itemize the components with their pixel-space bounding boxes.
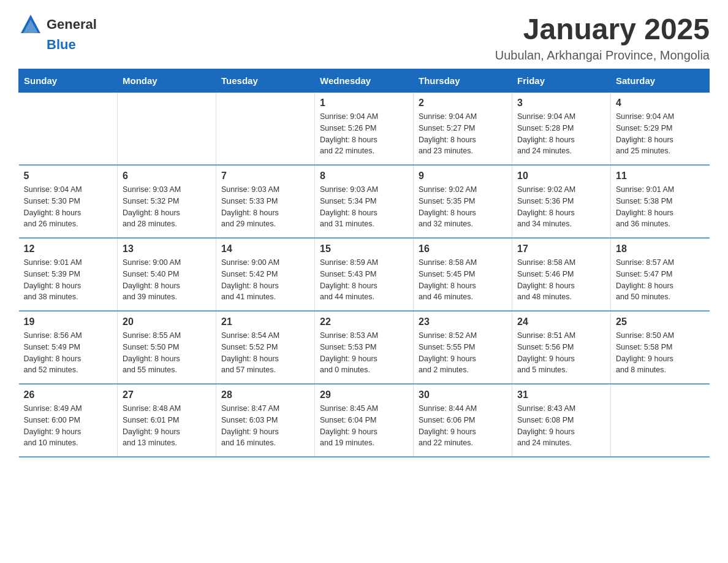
calendar-week-2: 5Sunrise: 9:04 AMSunset: 5:30 PMDaylight… bbox=[19, 165, 710, 238]
calendar-cell: 9Sunrise: 9:02 AMSunset: 5:35 PMDaylight… bbox=[414, 165, 512, 238]
day-number: 2 bbox=[419, 98, 507, 109]
day-info: Sunrise: 8:58 AMSunset: 5:46 PMDaylight:… bbox=[517, 257, 605, 303]
day-info: Sunrise: 8:45 AMSunset: 6:04 PMDaylight:… bbox=[320, 403, 408, 449]
day-info: Sunrise: 8:56 AMSunset: 5:49 PMDaylight:… bbox=[24, 330, 113, 376]
calendar-cell: 11Sunrise: 9:01 AMSunset: 5:38 PMDayligh… bbox=[611, 165, 710, 238]
weekday-header-row: SundayMondayTuesdayWednesdayThursdayFrid… bbox=[19, 69, 710, 93]
day-number: 13 bbox=[123, 243, 211, 255]
weekday-header-monday: Monday bbox=[118, 69, 216, 93]
calendar-cell bbox=[19, 93, 118, 166]
calendar-cell: 6Sunrise: 9:03 AMSunset: 5:32 PMDaylight… bbox=[118, 165, 216, 238]
day-info: Sunrise: 9:03 AMSunset: 5:32 PMDaylight:… bbox=[123, 184, 211, 230]
calendar-cell: 7Sunrise: 9:03 AMSunset: 5:33 PMDaylight… bbox=[216, 165, 315, 238]
calendar-cell: 5Sunrise: 9:04 AMSunset: 5:30 PMDaylight… bbox=[19, 165, 118, 238]
day-info: Sunrise: 8:51 AMSunset: 5:56 PMDaylight:… bbox=[517, 330, 605, 376]
day-number: 1 bbox=[320, 98, 408, 109]
calendar-cell bbox=[118, 93, 216, 166]
day-number: 20 bbox=[123, 316, 211, 327]
day-number: 7 bbox=[221, 170, 309, 182]
calendar-table: SundayMondayTuesdayWednesdayThursdayFrid… bbox=[18, 69, 710, 458]
day-info: Sunrise: 9:00 AMSunset: 5:40 PMDaylight:… bbox=[123, 257, 211, 303]
logo-text-blue: Blue bbox=[47, 37, 76, 53]
day-number: 15 bbox=[320, 243, 408, 255]
day-number: 3 bbox=[517, 98, 605, 109]
day-number: 21 bbox=[221, 316, 309, 327]
day-info: Sunrise: 9:03 AMSunset: 5:34 PMDaylight:… bbox=[320, 184, 408, 230]
logo-icon bbox=[18, 12, 43, 37]
calendar-cell: 29Sunrise: 8:45 AMSunset: 6:04 PMDayligh… bbox=[315, 384, 414, 457]
day-info: Sunrise: 8:55 AMSunset: 5:50 PMDaylight:… bbox=[123, 330, 211, 376]
weekday-header-wednesday: Wednesday bbox=[315, 69, 414, 93]
calendar-cell: 16Sunrise: 8:58 AMSunset: 5:45 PMDayligh… bbox=[414, 238, 512, 311]
weekday-header-thursday: Thursday bbox=[414, 69, 512, 93]
calendar-cell bbox=[216, 93, 315, 166]
day-info: Sunrise: 8:48 AMSunset: 6:01 PMDaylight:… bbox=[123, 403, 211, 449]
calendar-body: 1Sunrise: 9:04 AMSunset: 5:26 PMDaylight… bbox=[19, 93, 710, 458]
calendar-cell: 30Sunrise: 8:44 AMSunset: 6:06 PMDayligh… bbox=[414, 384, 512, 457]
calendar-cell: 4Sunrise: 9:04 AMSunset: 5:29 PMDaylight… bbox=[611, 93, 710, 166]
calendar-cell: 2Sunrise: 9:04 AMSunset: 5:27 PMDaylight… bbox=[414, 93, 512, 166]
day-number: 11 bbox=[616, 170, 705, 182]
day-number: 16 bbox=[419, 243, 507, 255]
weekday-header-friday: Friday bbox=[512, 69, 611, 93]
calendar-cell: 10Sunrise: 9:02 AMSunset: 5:36 PMDayligh… bbox=[512, 165, 611, 238]
calendar-cell bbox=[611, 384, 710, 457]
calendar-cell: 20Sunrise: 8:55 AMSunset: 5:50 PMDayligh… bbox=[118, 311, 216, 384]
calendar-cell: 13Sunrise: 9:00 AMSunset: 5:40 PMDayligh… bbox=[118, 238, 216, 311]
day-info: Sunrise: 9:04 AMSunset: 5:27 PMDaylight:… bbox=[419, 111, 507, 157]
weekday-header-sunday: Sunday bbox=[19, 69, 118, 93]
day-info: Sunrise: 9:01 AMSunset: 5:39 PMDaylight:… bbox=[24, 257, 113, 303]
weekday-header-tuesday: Tuesday bbox=[216, 69, 315, 93]
calendar-cell: 12Sunrise: 9:01 AMSunset: 5:39 PMDayligh… bbox=[19, 238, 118, 311]
calendar-cell: 23Sunrise: 8:52 AMSunset: 5:55 PMDayligh… bbox=[414, 311, 512, 384]
day-info: Sunrise: 8:59 AMSunset: 5:43 PMDaylight:… bbox=[320, 257, 408, 303]
day-number: 31 bbox=[517, 389, 605, 400]
month-title: January 2025 bbox=[495, 12, 710, 46]
day-number: 25 bbox=[616, 316, 705, 327]
day-info: Sunrise: 9:04 AMSunset: 5:26 PMDaylight:… bbox=[320, 111, 408, 157]
day-info: Sunrise: 8:57 AMSunset: 5:47 PMDaylight:… bbox=[616, 257, 705, 303]
day-info: Sunrise: 9:02 AMSunset: 5:35 PMDaylight:… bbox=[419, 184, 507, 230]
day-number: 24 bbox=[517, 316, 605, 327]
calendar-cell: 22Sunrise: 8:53 AMSunset: 5:53 PMDayligh… bbox=[315, 311, 414, 384]
calendar-cell: 8Sunrise: 9:03 AMSunset: 5:34 PMDaylight… bbox=[315, 165, 414, 238]
calendar-cell: 19Sunrise: 8:56 AMSunset: 5:49 PMDayligh… bbox=[19, 311, 118, 384]
calendar-week-5: 26Sunrise: 8:49 AMSunset: 6:00 PMDayligh… bbox=[19, 384, 710, 457]
day-number: 22 bbox=[320, 316, 408, 327]
day-number: 17 bbox=[517, 243, 605, 255]
day-number: 28 bbox=[221, 389, 309, 400]
day-info: Sunrise: 8:50 AMSunset: 5:58 PMDaylight:… bbox=[616, 330, 705, 376]
day-number: 27 bbox=[123, 389, 211, 400]
day-info: Sunrise: 8:52 AMSunset: 5:55 PMDaylight:… bbox=[419, 330, 507, 376]
calendar-header: SundayMondayTuesdayWednesdayThursdayFrid… bbox=[19, 69, 710, 93]
calendar-cell: 21Sunrise: 8:54 AMSunset: 5:52 PMDayligh… bbox=[216, 311, 315, 384]
day-info: Sunrise: 9:01 AMSunset: 5:38 PMDaylight:… bbox=[616, 184, 705, 230]
day-info: Sunrise: 8:49 AMSunset: 6:00 PMDaylight:… bbox=[24, 403, 113, 449]
title-section: January 2025 Uubulan, Arkhangai Province… bbox=[495, 12, 710, 63]
calendar-cell: 31Sunrise: 8:43 AMSunset: 6:08 PMDayligh… bbox=[512, 384, 611, 457]
day-number: 10 bbox=[517, 170, 605, 182]
day-number: 9 bbox=[419, 170, 507, 182]
logo-text-general: General bbox=[47, 17, 97, 33]
weekday-header-saturday: Saturday bbox=[611, 69, 710, 93]
day-number: 18 bbox=[616, 243, 705, 255]
day-number: 12 bbox=[24, 243, 113, 255]
calendar-cell: 26Sunrise: 8:49 AMSunset: 6:00 PMDayligh… bbox=[19, 384, 118, 457]
calendar-cell: 15Sunrise: 8:59 AMSunset: 5:43 PMDayligh… bbox=[315, 238, 414, 311]
day-info: Sunrise: 9:03 AMSunset: 5:33 PMDaylight:… bbox=[221, 184, 309, 230]
day-info: Sunrise: 8:58 AMSunset: 5:45 PMDaylight:… bbox=[419, 257, 507, 303]
calendar-cell: 28Sunrise: 8:47 AMSunset: 6:03 PMDayligh… bbox=[216, 384, 315, 457]
calendar-week-1: 1Sunrise: 9:04 AMSunset: 5:26 PMDaylight… bbox=[19, 93, 710, 166]
day-info: Sunrise: 8:47 AMSunset: 6:03 PMDaylight:… bbox=[221, 403, 309, 449]
calendar-cell: 17Sunrise: 8:58 AMSunset: 5:46 PMDayligh… bbox=[512, 238, 611, 311]
calendar-week-3: 12Sunrise: 9:01 AMSunset: 5:39 PMDayligh… bbox=[19, 238, 710, 311]
day-info: Sunrise: 9:02 AMSunset: 5:36 PMDaylight:… bbox=[517, 184, 605, 230]
day-number: 29 bbox=[320, 389, 408, 400]
calendar-cell: 27Sunrise: 8:48 AMSunset: 6:01 PMDayligh… bbox=[118, 384, 216, 457]
day-number: 5 bbox=[24, 170, 113, 182]
calendar-cell: 18Sunrise: 8:57 AMSunset: 5:47 PMDayligh… bbox=[611, 238, 710, 311]
day-info: Sunrise: 8:53 AMSunset: 5:53 PMDaylight:… bbox=[320, 330, 408, 376]
day-number: 26 bbox=[24, 389, 113, 400]
page-header: General Blue January 2025 Uubulan, Arkha… bbox=[18, 12, 710, 63]
day-info: Sunrise: 9:04 AMSunset: 5:30 PMDaylight:… bbox=[24, 184, 113, 230]
